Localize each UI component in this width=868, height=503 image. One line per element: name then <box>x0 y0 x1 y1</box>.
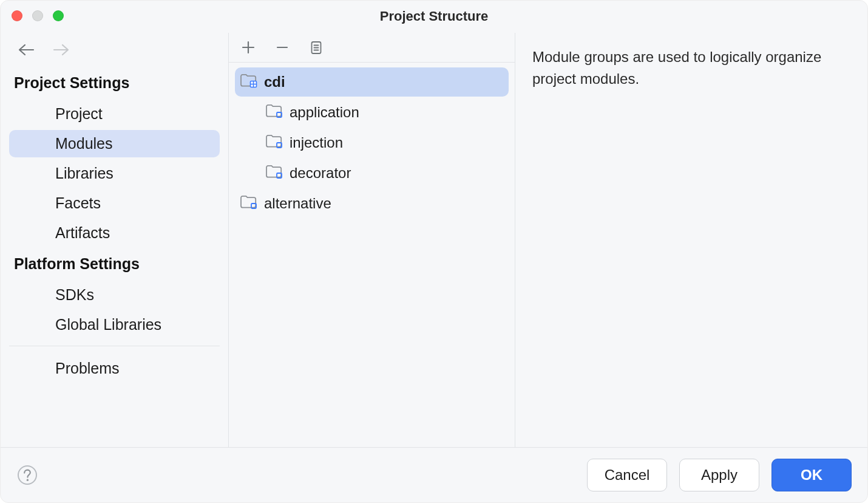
sidebar-list-project-settings: Project Modules Libraries Facets Artifac… <box>1 95 228 247</box>
module-icon <box>240 194 258 213</box>
modules-tree: cdi application <box>229 63 515 447</box>
tree-node-label: decorator <box>290 165 351 182</box>
nav-forward-button[interactable] <box>53 44 70 56</box>
sidebar-item-global-libraries[interactable]: Global Libraries <box>9 311 220 338</box>
module-icon <box>265 103 283 122</box>
tree-node-module[interactable]: alternative <box>235 189 509 218</box>
ok-button[interactable]: OK <box>771 459 852 491</box>
window-title: Project Structure <box>380 9 489 24</box>
sidebar-item-problems[interactable]: Problems <box>9 355 220 382</box>
minus-icon <box>276 41 289 54</box>
tree-node-label: alternative <box>264 195 331 213</box>
question-icon <box>16 464 38 486</box>
nav-history <box>1 44 228 68</box>
sidebar-item-artifacts[interactable]: Artifacts <box>9 219 220 247</box>
window-close-button[interactable] <box>12 10 22 21</box>
sidebar-divider <box>9 346 220 346</box>
modules-tree-toolbar <box>229 33 515 63</box>
sidebar-item-facets[interactable]: Facets <box>9 190 220 217</box>
tree-node-module[interactable]: decorator <box>235 159 509 188</box>
sidebar-section-project-settings: Project Settings <box>1 68 228 95</box>
window-body: Project Settings Project Modules Librari… <box>1 32 867 447</box>
sidebar-section-platform-settings: Platform Settings <box>1 249 228 276</box>
sidebar-item-label: Facets <box>55 194 101 211</box>
sidebar-item-label: Libraries <box>55 165 114 182</box>
sidebar-list-extra: Problems <box>1 350 228 382</box>
tree-node-label: application <box>290 104 359 121</box>
tree-node-label: injection <box>290 134 343 152</box>
tree-node-module-group[interactable]: cdi <box>235 67 509 97</box>
sidebar-item-sdks[interactable]: SDKs <box>9 281 220 309</box>
copy-icon <box>310 40 323 55</box>
sidebar-item-label: Modules <box>55 135 113 152</box>
sidebar-item-label: SDKs <box>55 286 94 303</box>
sidebar: Project Settings Project Modules Librari… <box>1 33 229 447</box>
nav-back-button[interactable] <box>18 44 35 56</box>
window-minimize-button[interactable] <box>32 10 43 21</box>
module-group-description: Module groups are used to logically orga… <box>532 46 850 89</box>
sidebar-item-modules[interactable]: Modules <box>9 130 220 157</box>
help-button[interactable] <box>15 463 39 487</box>
module-icon <box>265 133 283 152</box>
sidebar-item-label: Global Libraries <box>55 316 161 333</box>
sidebar-item-label: Problems <box>55 360 120 377</box>
module-group-icon <box>240 72 258 92</box>
tree-node-label: cdi <box>264 74 285 91</box>
sidebar-item-libraries[interactable]: Libraries <box>9 160 220 187</box>
apply-button[interactable]: Apply <box>679 459 759 491</box>
modules-tree-pane: cdi application <box>229 33 515 447</box>
window-zoom-button[interactable] <box>53 10 64 21</box>
tree-node-module[interactable]: application <box>235 98 509 127</box>
detail-pane: Module groups are used to logically orga… <box>515 33 867 447</box>
plus-icon <box>242 41 255 54</box>
svg-point-6 <box>18 466 36 484</box>
tree-node-module[interactable]: injection <box>235 128 509 157</box>
dialog-footer: Cancel Apply OK <box>1 447 867 502</box>
svg-point-7 <box>27 479 29 481</box>
sidebar-item-project[interactable]: Project <box>9 100 220 128</box>
titlebar: Project Structure <box>1 1 867 32</box>
module-icon <box>265 163 283 183</box>
sidebar-list-platform-settings: SDKs Global Libraries <box>1 276 228 338</box>
window-traffic-lights <box>12 10 64 21</box>
remove-module-button[interactable] <box>273 38 292 57</box>
cancel-button[interactable]: Cancel <box>587 459 667 491</box>
project-structure-window: Project Structure Project Settings Proje… <box>0 0 868 503</box>
sidebar-item-label: Artifacts <box>55 224 110 241</box>
add-module-button[interactable] <box>239 38 258 57</box>
copy-module-button[interactable] <box>307 38 326 57</box>
sidebar-item-label: Project <box>55 105 103 122</box>
